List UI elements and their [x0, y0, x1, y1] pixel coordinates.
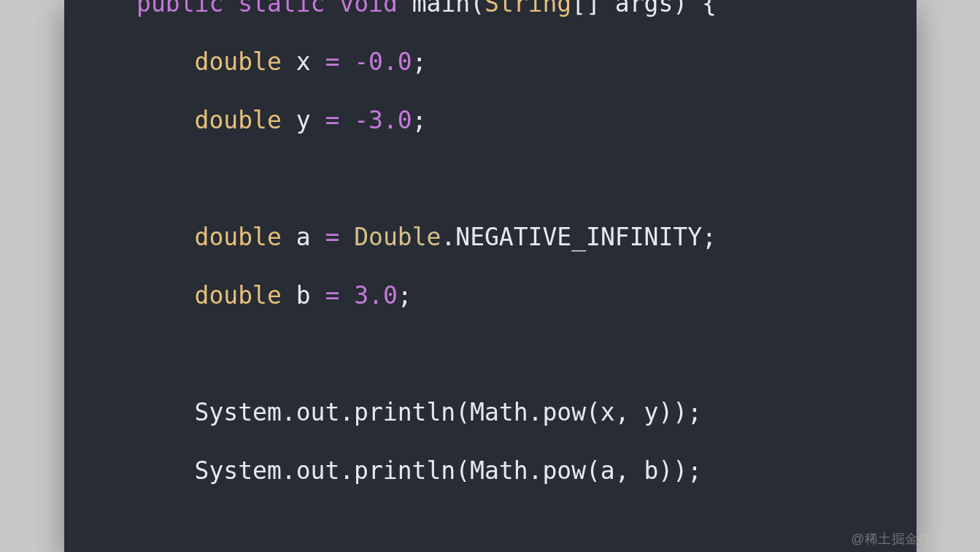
- var-a: a: [296, 223, 311, 251]
- code-line-4: double b = 3.0;: [93, 277, 887, 314]
- space: [282, 223, 296, 251]
- indent: [93, 223, 195, 251]
- keyword-void: void: [339, 0, 397, 18]
- method-main: main: [412, 0, 470, 18]
- indent: [93, 0, 137, 18]
- dot: .: [441, 223, 455, 251]
- space: [282, 106, 296, 134]
- op-minus: -: [354, 106, 369, 134]
- op-minus: -: [354, 47, 369, 76]
- code-block: public static void main(String[] args) {…: [64, 0, 917, 552]
- space: [601, 0, 615, 18]
- type-string: String: [485, 0, 571, 18]
- code-line-2: double y = -3.0;: [93, 102, 887, 139]
- semicolon: ;: [702, 223, 717, 251]
- space: [325, 0, 339, 18]
- keyword-public: public: [136, 0, 223, 18]
- literal-0: 0.0: [369, 47, 412, 76]
- op-assign: =: [325, 47, 339, 76]
- space: [282, 47, 296, 76]
- var-b: b: [296, 281, 311, 310]
- code-line-5: System.out.println(Math.pow(x, y));: [93, 394, 887, 431]
- brackets: []: [571, 0, 601, 18]
- code-line-3: double a = Double.NEGATIVE_INFINITY;: [93, 219, 887, 256]
- var-x: x: [296, 47, 311, 76]
- brace-open: {: [702, 0, 717, 18]
- space: [282, 281, 296, 310]
- space: [311, 47, 325, 76]
- space: [339, 281, 354, 310]
- semicolon: ;: [412, 47, 427, 76]
- type-double: double: [195, 47, 282, 76]
- space: [339, 223, 354, 251]
- type-double: double: [195, 106, 282, 134]
- space: [311, 281, 325, 310]
- rparen: ): [673, 0, 687, 18]
- op-assign: =: [325, 223, 339, 251]
- code-line-6: System.out.println(Math.pow(a, b));: [93, 453, 887, 489]
- space: [311, 106, 325, 134]
- type-double: double: [195, 281, 282, 310]
- space: [339, 106, 354, 134]
- lparen: (: [470, 0, 485, 18]
- type-double: double: [195, 223, 282, 251]
- space: [339, 47, 354, 76]
- indent: [93, 456, 195, 485]
- literal-3: 3.0: [354, 281, 398, 310]
- stmt-println-2: System.out.println(Math.pow(a, b));: [195, 456, 702, 485]
- indent: [93, 106, 195, 134]
- keyword-static: static: [238, 0, 325, 18]
- param-args: args: [615, 0, 673, 18]
- code-content: public static void main(String[] args) {…: [64, 0, 917, 489]
- semicolon: ;: [398, 281, 412, 310]
- literal-3: 3.0: [369, 106, 412, 134]
- space: [398, 0, 412, 18]
- indent: [93, 47, 195, 76]
- space: [223, 0, 238, 18]
- semicolon: ;: [412, 106, 427, 134]
- space: [687, 0, 702, 18]
- code-line-0: public static void main(String[] args) {: [93, 0, 887, 22]
- op-assign: =: [325, 106, 339, 134]
- stmt-println-1: System.out.println(Math.pow(x, y));: [195, 398, 702, 426]
- indent: [93, 281, 195, 310]
- class-double: Double: [354, 223, 441, 251]
- op-assign: =: [325, 281, 339, 310]
- const-neg-infinity: NEGATIVE_INFINITY: [455, 223, 702, 251]
- indent: [93, 398, 195, 426]
- var-y: y: [296, 106, 311, 134]
- code-line-1: double x = -0.0;: [93, 44, 887, 80]
- space: [311, 223, 325, 251]
